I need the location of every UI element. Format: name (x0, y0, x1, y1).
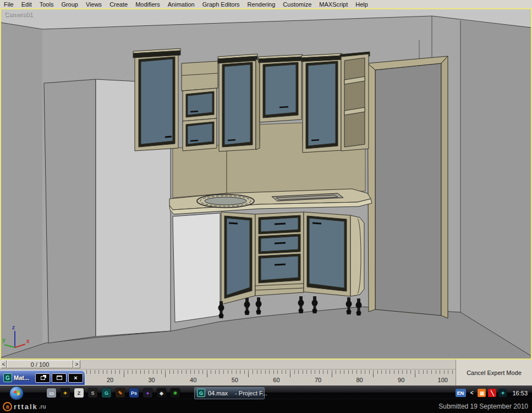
restore-icon (41, 376, 45, 380)
ruler-number: 70 (315, 377, 321, 383)
system-tray: EN < ▣╲✦ 16:53 (456, 389, 528, 397)
paint-app-icon[interactable]: ✎ (116, 388, 125, 398)
quick-launch-bar: ▭✦ZSG✎Ps●◆✳ (47, 388, 180, 398)
time-slider-thumb[interactable]: 0 / 100 (7, 360, 73, 368)
ruler-number: 100 (438, 377, 448, 383)
menu-item[interactable]: Rendering (244, 1, 279, 8)
green-hand-icon[interactable]: ✳ (171, 388, 180, 398)
menu-item[interactable]: Modifiers (131, 1, 164, 8)
purple-orb-icon[interactable]: ● (143, 388, 152, 398)
left-wall (1, 23, 42, 356)
right-wall (460, 20, 531, 356)
taskbar-item-project: - Project F... (235, 390, 267, 396)
menu-item[interactable]: Group (57, 1, 82, 8)
diamond-app-icon[interactable]: ◆ (157, 388, 166, 398)
menu-item[interactable]: MAXScript (315, 1, 352, 8)
close-button[interactable]: × (68, 373, 83, 383)
the-bat-icon[interactable]: ✦ (61, 388, 70, 398)
taskbar-item-04max[interactable]: G 04.max - Project F... (194, 387, 265, 399)
tray-icons: ▣╲✦ (478, 389, 507, 397)
footer-strip: a rttalk .ru Submitted 19 September 2010 (0, 400, 532, 413)
ruler-number: 90 (398, 377, 404, 383)
axis-z-label: z (12, 324, 15, 330)
axis-x-label: x (26, 338, 30, 344)
close-icon: × (74, 375, 77, 381)
ruler-number: 20 (107, 377, 113, 383)
arttalk-logo-text: rttalk (14, 403, 38, 411)
viewport-camera-label[interactable]: Camera01 (4, 11, 32, 18)
menu-item[interactable]: File (0, 1, 18, 8)
taskbar-item-filename: 04.max (208, 390, 228, 396)
restore-button[interactable] (35, 373, 50, 383)
axis-y-label: y (2, 337, 6, 343)
material-editor-minimized-window[interactable]: G Mat... × (0, 370, 85, 385)
ruler-number: 40 (190, 377, 196, 383)
ruler-number: 60 (273, 377, 279, 383)
show-desktop-icon[interactable]: ▭ (47, 388, 56, 398)
max-s-icon[interactable]: S (88, 388, 97, 398)
prev-frame-button[interactable]: < (1, 360, 7, 368)
switcher-tray-icon[interactable]: ╲ (488, 389, 496, 397)
maximize-button[interactable] (52, 373, 67, 383)
submitted-date: Submitted 19 September 2010 (438, 403, 528, 410)
photoshop-icon[interactable]: Ps (129, 388, 139, 398)
door-frame (368, 56, 448, 318)
menu-item[interactable]: Tools (36, 1, 58, 8)
menu-item[interactable]: Create (106, 1, 131, 8)
cancel-expert-mode-button[interactable]: Cancel Expert Mode (456, 360, 532, 385)
menu-item[interactable]: Customize (279, 1, 315, 8)
language-indicator[interactable]: EN (456, 389, 466, 397)
time-slider-track[interactable]: < 0 / 100 > (0, 360, 456, 369)
viewport-camera01[interactable]: Camera01 (0, 8, 532, 360)
ruler-minor-ticks (82, 370, 455, 374)
ruler-number: 50 (232, 377, 238, 383)
max-app-icon: G (3, 373, 12, 382)
taskbar: ▭✦ZSG✎Ps●◆✳ G 04.max - Project F... EN <… (0, 385, 532, 400)
ruler-number: 80 (356, 377, 363, 383)
arttalk-logo: a rttalk .ru (3, 402, 46, 411)
menu-bar: FileEditToolsGroupViewsCreateModifiersAn… (0, 0, 532, 9)
arttalk-logo-a-icon: a (3, 402, 12, 411)
taskbar-clock[interactable]: 16:53 (512, 390, 528, 396)
wall-cabinets (133, 48, 370, 153)
audio-tray-icon[interactable]: ✦ (498, 389, 507, 397)
menu-item[interactable]: Views (82, 1, 106, 8)
appliance-panel (173, 213, 220, 322)
maximize-icon (57, 376, 62, 380)
menu-item[interactable]: Edit (18, 1, 36, 8)
kitchen-3d-scene: z y x (1, 9, 531, 358)
ruler-number: 30 (148, 377, 155, 383)
zbrush-icon[interactable]: Z (74, 388, 84, 398)
start-button[interactable] (9, 386, 24, 400)
menu-item[interactable]: Help (352, 1, 372, 8)
next-frame-button[interactable]: > (73, 360, 80, 368)
max-app-icon: G (197, 389, 205, 397)
material-editor-title: Mat... (14, 374, 29, 381)
arttalk-logo-suffix: .ru (39, 404, 46, 410)
max-g-icon[interactable]: G (102, 388, 111, 398)
menu-item[interactable]: Graph Editors (199, 1, 244, 8)
menu-item[interactable]: Animation (164, 1, 199, 8)
display-tray-icon[interactable]: ▣ (478, 389, 486, 397)
tray-collapse-chevron[interactable]: < (469, 390, 475, 396)
windows-flag-icon (14, 390, 20, 395)
